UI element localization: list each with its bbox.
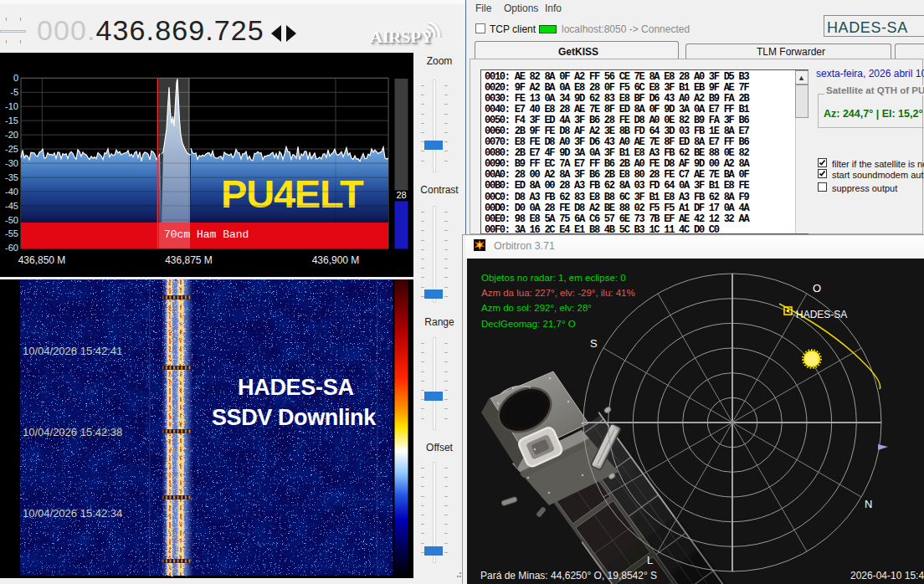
- svg-text:-5: -5: [10, 87, 18, 97]
- svg-text:-10: -10: [5, 101, 18, 111]
- svg-text:-55: -55: [5, 228, 18, 238]
- svg-text:S: S: [590, 337, 598, 350]
- svg-text:O: O: [813, 282, 821, 295]
- svg-text:HADES-SA: HADES-SA: [796, 309, 847, 320]
- svg-text:0: 0: [13, 73, 18, 83]
- svg-text:-25: -25: [5, 144, 18, 154]
- svg-text:-40: -40: [5, 187, 18, 197]
- svg-text:L: L: [647, 554, 653, 566]
- svg-text:436,875 M: 436,875 M: [165, 254, 213, 266]
- svg-text:-60: -60: [5, 243, 18, 253]
- svg-text:-45: -45: [5, 201, 18, 211]
- svg-text:28: 28: [396, 190, 406, 200]
- svg-text:-20: -20: [5, 130, 18, 140]
- svg-text:-15: -15: [5, 115, 18, 126]
- svg-text:-35: -35: [5, 172, 18, 182]
- svg-text:N: N: [865, 498, 872, 510]
- svg-text:-50: -50: [5, 215, 18, 225]
- svg-text:-30: -30: [5, 158, 18, 168]
- svg-text:436,900 M: 436,900 M: [312, 254, 360, 266]
- svg-text:436,850 M: 436,850 M: [18, 254, 66, 266]
